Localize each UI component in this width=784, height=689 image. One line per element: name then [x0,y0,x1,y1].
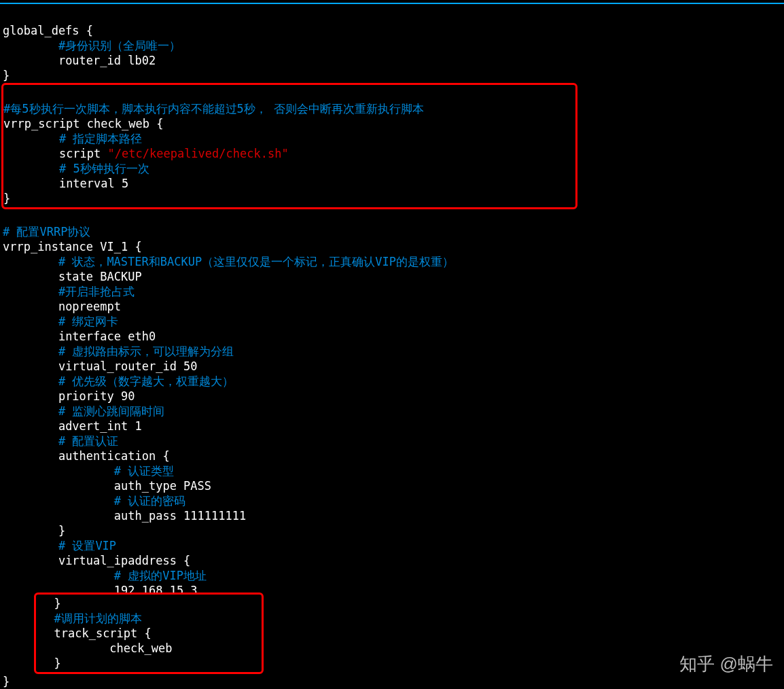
code-line: interface eth0 [58,330,156,343]
highlight-box-vrrp-script: #每5秒执行一次脚本，脚本执行内容不能超过5秒， 否则会中断再次重新执行脚本 v… [1,83,577,209]
comment: # 设置VIP [58,539,116,552]
code-line: priority 90 [58,389,135,403]
code-line: } [54,597,60,610]
code-line: auth_type PASS [114,479,211,493]
config-file-content: global_defs { #身份识别（全局唯一） router_id lb02… [0,4,784,689]
code-line: nopreempt [58,300,121,313]
comment: # 监测心跳间隔时间 [58,404,164,418]
comment: #调用计划的脚本 [54,612,141,625]
code-line: authentication { [58,449,170,463]
comment: #开启非抢占式 [58,285,135,298]
code-line: } [3,675,10,688]
code-line: virtual_router_id 50 [58,359,198,373]
code-line [40,597,54,610]
code-line: advert_int 1 [58,419,142,433]
code-line: } [54,656,60,670]
comment: # 虚拟的VIP地址 [114,569,207,582]
code-line: state BACKUP [58,270,142,283]
comment: # 配置VRRP协议 [3,225,90,238]
comment: # 虚拟路由标示，可以理解为分组 [58,344,234,358]
comment: # 认证类型 [114,464,174,478]
code-line: } [3,69,10,82]
watermark: 知乎 @蜗牛 [679,656,773,671]
string-literal: "/etc/keepalived/check.sh" [108,147,289,160]
comment: # 指定脚本路径 [59,132,142,145]
comment: # 配置认证 [58,434,118,448]
code-line: auth_pass 111111111 [114,509,246,523]
comment: # 优先级（数字越大，权重越大） [58,374,234,388]
comment: #每5秒执行一次脚本，脚本执行内容不能超过5秒， 否则会中断再次重新执行脚本 [3,102,424,116]
comment: # 状态，MASTER和BACKUP（这里仅仅是一个标记，正真确认VIP的是权重… [58,255,454,268]
code-line: vrrp_instance VI_1 { [3,240,142,253]
code-line: track_script { [54,626,151,640]
code-line: virtual_ipaddress { [58,554,190,567]
code-line: } [58,524,65,537]
highlight-box-track-script: } #调用计划的脚本 track_script { check_web } [34,593,264,674]
code-line: vrrp_script check_web { [3,117,163,130]
code-line: check_web [109,641,172,655]
comment: #身份识别（全局唯一） [58,39,181,52]
comment: # 绑定网卡 [58,315,118,328]
code-line: global_defs { [3,24,93,37]
code-line: interval 5 [59,177,128,190]
comment: # 5秒钟执行一次 [59,162,149,175]
code-line: } [3,192,10,205]
code-line: script [59,147,108,160]
code-line: router_id lb02 [58,54,156,67]
comment: # 认证的密码 [114,494,185,508]
